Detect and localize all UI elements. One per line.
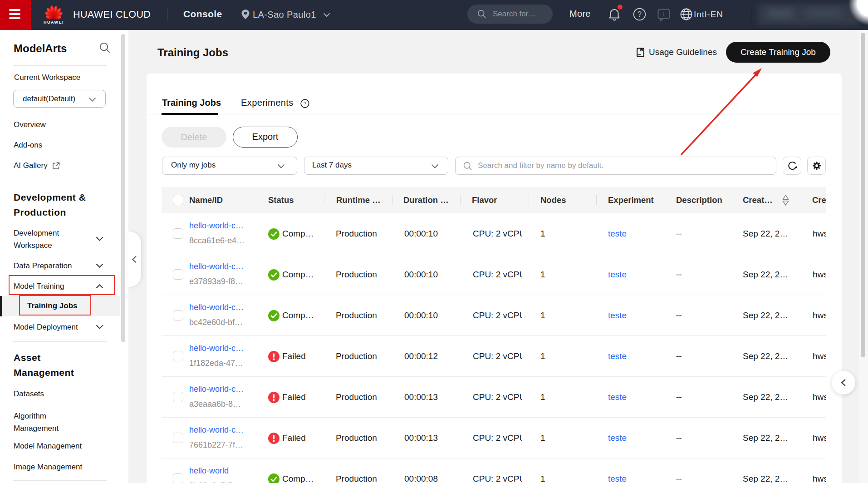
svg-text:?: ?	[304, 101, 306, 106]
svg-text:i: i	[663, 11, 665, 18]
svg-text:?: ?	[638, 10, 642, 18]
